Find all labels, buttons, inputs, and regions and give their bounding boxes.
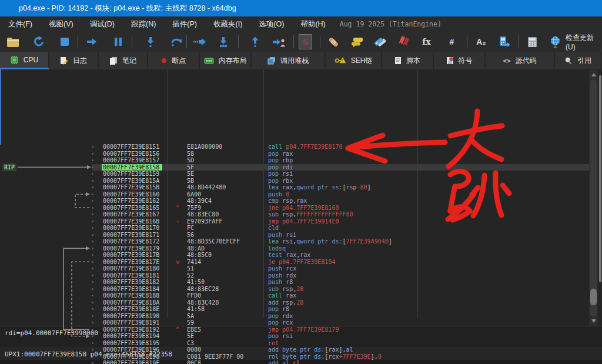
comment-cell[interactable]: [417, 143, 589, 151]
comment-cell[interactable]: [417, 265, 589, 272]
tab-mem[interactable]: 内存布局: [200, 52, 252, 69]
instruction-cell[interactable]: jne p04.7FF7E39E8160: [263, 205, 417, 212]
address-cell[interactable]: 00007FF7E39E8170: [95, 225, 167, 232]
comment-cell[interactable]: [417, 151, 589, 158]
toolbar-button-pause[interactable]: [111, 34, 125, 49]
menu-item[interactable]: 调试(D): [82, 17, 123, 32]
address-cell[interactable]: 00007FF7E39E8182: [95, 279, 167, 286]
comment-cell[interactable]: [417, 346, 589, 353]
toolbar-button-comments[interactable]: [350, 34, 364, 49]
address-cell[interactable]: 00007FF7E39E8172: [95, 238, 167, 245]
address-cell[interactable]: 00007FF7E39E8198: [95, 353, 167, 360]
address-cell[interactable]: 00007FF7E39E818E: [95, 306, 167, 313]
address-cell[interactable]: 00007FF7E39E8151: [95, 143, 167, 151]
comment-cell[interactable]: [417, 326, 589, 333]
address-cell[interactable]: 00007FF7E39E819F: [95, 360, 167, 364]
comment-cell[interactable]: [417, 205, 589, 212]
instruction-cell[interactable]: lea rax,qword ptr ss:[rsp-80]: [263, 184, 417, 191]
disassembly-pane[interactable]: 00007FF7E39E8151E81A000000call p04.7FF7E…: [0, 69, 602, 326]
address-cell[interactable]: 00007FF7E39E815B: [95, 184, 167, 191]
toolbar-button-script[interactable]: S: [299, 34, 312, 49]
address-cell[interactable]: 00007FF7E39E8184: [95, 286, 167, 293]
instruction-cell[interactable]: sub rsp,28: [263, 286, 417, 293]
toolbar-button-trace-record[interactable]: [498, 34, 511, 49]
window-edge-scrollbar[interactable]: [599, 75, 601, 282]
comment-cell[interactable]: [417, 306, 589, 313]
tab-ref[interactable]: 引用: [555, 52, 602, 69]
tab-log[interactable]: 日志: [49, 52, 99, 69]
comment-cell[interactable]: [417, 157, 589, 164]
comment-cell[interactable]: [417, 279, 589, 286]
menu-item[interactable]: 视图(V): [41, 17, 82, 32]
instruction-cell[interactable]: pop rsi: [263, 171, 417, 178]
toolbar-button-open-file[interactable]: [6, 34, 19, 49]
address-cell[interactable]: 00007FF7E39E8194: [95, 333, 167, 340]
instruction-cell[interactable]: rol byte ptr ds:[rcx+7FF7E39E],0: [263, 353, 417, 360]
tab-cpu[interactable]: CPU: [0, 52, 49, 69]
address-cell[interactable]: 00007FF7E39E815A: [95, 178, 167, 185]
instruction-cell[interactable]: pop rsi: [263, 333, 417, 340]
tab-src[interactable]: <>源代码: [486, 52, 555, 69]
address-cell[interactable]: 00007FF7E39E818A: [95, 299, 167, 306]
comment-cell[interactable]: [417, 252, 589, 259]
instruction-cell[interactable]: push rsi: [263, 232, 417, 239]
address-cell[interactable]: 00007FF7E39E8162: [95, 198, 167, 205]
instruction-cell[interactable]: pop r8: [263, 306, 417, 313]
address-cell[interactable]: 00007FF7E39E8196: [95, 346, 167, 353]
comment-cell[interactable]: [417, 198, 589, 205]
instruction-cell[interactable]: pop rax: [263, 151, 417, 158]
address-cell[interactable]: 00007FF7E39E8159: [95, 171, 167, 178]
comment-cell[interactable]: [417, 218, 589, 225]
menu-item[interactable]: 收藏夹(I): [205, 17, 250, 32]
instruction-cell[interactable]: jmp p04.7FF7E39E8179: [263, 326, 417, 333]
toolbar-button-patches[interactable]: [327, 34, 340, 49]
address-cell[interactable]: 00007FF7E39E8167: [95, 211, 167, 218]
address-cell[interactable]: 00007FF7E39E8180: [95, 265, 167, 272]
address-cell[interactable]: 00007FF7E39E8181: [95, 272, 167, 279]
instruction-cell[interactable]: ret: [263, 340, 417, 347]
instruction-cell[interactable]: test rax,rax: [263, 252, 417, 259]
instruction-cell[interactable]: pop rcx: [263, 319, 417, 326]
toolbar-button-step-into[interactable]: [144, 34, 158, 49]
address-cell[interactable]: 00007FF7E39E8191: [95, 319, 167, 326]
comment-cell[interactable]: [417, 211, 589, 218]
toolbar-button-labels[interactable]: [374, 34, 387, 49]
vscroll-track[interactable]: [590, 79, 597, 316]
toolbar-button-snowman-hash[interactable]: #: [445, 34, 459, 49]
comment-cell[interactable]: [417, 164, 589, 171]
check-updates-label[interactable]: 检查更新(U): [566, 33, 602, 51]
address-cell[interactable]: 00007FF7E39E8160: [95, 191, 167, 198]
menu-item[interactable]: 跟踪(N): [123, 17, 164, 32]
instruction-cell[interactable]: add byte ptr ds:[rax],al: [263, 346, 417, 353]
comment-cell[interactable]: [417, 292, 589, 299]
toolbar-button-step-over[interactable]: [170, 34, 183, 49]
address-cell[interactable]: 00007FF7E39E8158: [95, 164, 167, 171]
menu-item[interactable]: 插件(P): [164, 17, 205, 32]
menu-item[interactable]: 选项(O): [250, 17, 292, 32]
comment-cell[interactable]: [417, 313, 589, 320]
toolbar-button-step-out[interactable]: [217, 34, 230, 49]
address-cell[interactable]: 00007FF7E39E8156: [95, 151, 167, 158]
instruction-cell[interactable]: cld: [263, 225, 417, 232]
instruction-cell[interactable]: add al,cl: [263, 360, 417, 364]
instruction-cell[interactable]: push rdx: [263, 272, 417, 279]
address-cell[interactable]: 00007FF7E39E8179: [95, 245, 167, 252]
comment-cell[interactable]: [417, 319, 589, 326]
tab-script[interactable]: 脚本: [382, 52, 434, 69]
toolbar-button-bookmarks[interactable]: [397, 34, 411, 49]
tab-sym[interactable]: 符号: [434, 52, 486, 69]
comment-cell[interactable]: [417, 353, 589, 360]
vscroll-thumb[interactable]: [590, 289, 597, 305]
comment-cell[interactable]: [417, 245, 589, 252]
instruction-cell[interactable]: pop rdi: [263, 164, 417, 171]
instruction-cell[interactable]: push rcx: [263, 265, 417, 272]
address-cell[interactable]: 00007FF7E39E8171: [95, 232, 167, 239]
toolbar-button-execute-till-return[interactable]: [193, 34, 207, 49]
comment-cell[interactable]: [417, 286, 589, 293]
comment-cell[interactable]: [417, 299, 589, 306]
instruction-cell[interactable]: call rax: [263, 292, 417, 299]
tab-stack[interactable]: 调用堆栈: [252, 52, 326, 69]
address-cell[interactable]: 00007FF7E39E817E: [95, 259, 167, 266]
instruction-cell[interactable]: sub rsp,FFFFFFFFFFFFFF80: [263, 211, 417, 218]
comment-cell[interactable]: [417, 191, 589, 198]
